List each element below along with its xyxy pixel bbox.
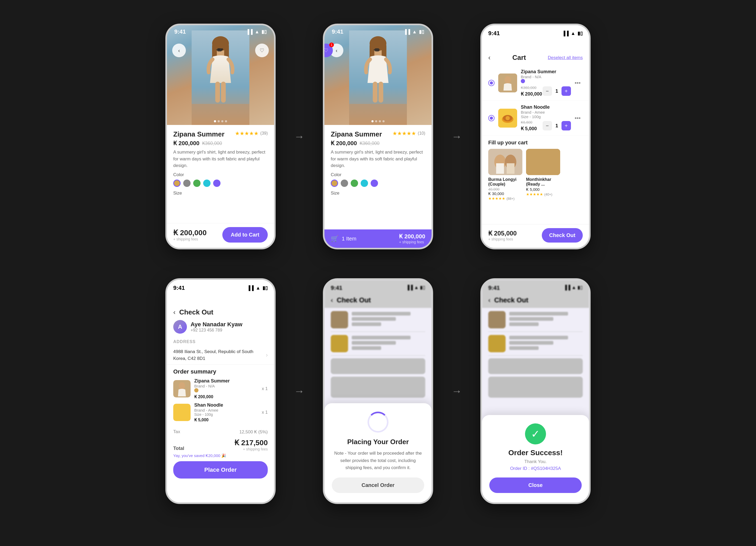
product-price-old-2: ₭360,000 xyxy=(360,140,380,146)
item2-qty-minus[interactable]: − xyxy=(543,121,552,130)
tax-row: Tax 12,500 ₭ (5%) xyxy=(167,428,274,436)
color-option-cyan[interactable] xyxy=(203,180,211,187)
rec-item2-name: Monthinkhar (Ready ... xyxy=(526,177,560,187)
svg-point-38 xyxy=(179,382,185,390)
rec-item1-price-old: 40,000 xyxy=(488,187,522,191)
buy-shipping: + shipping fees xyxy=(173,237,207,241)
order-item2-size: Size - 100g xyxy=(194,412,258,417)
phone-screen1: ‹ ♡ 9:41 ▐▐ ▲ ▮▯ xyxy=(165,24,276,249)
back-button[interactable]: ‹ xyxy=(172,44,186,57)
cart-total-shipping: + shipping fees xyxy=(488,237,517,241)
order-summary-section: Order summary Zipana Summer Brand - N/A xyxy=(167,365,274,428)
close-button[interactable]: Close xyxy=(489,477,582,493)
total-shipping: + shipping fees xyxy=(234,447,268,451)
size-label: Size xyxy=(173,191,268,196)
arrow-1: → xyxy=(291,131,307,143)
success-overlay: ✓ Order Success! Thank You. Order ID : #… xyxy=(482,280,589,502)
color-opt-gray-2[interactable] xyxy=(341,180,348,187)
order-item2-price: ₭ 5,000 xyxy=(194,417,258,422)
rec-item-2[interactable]: Monthinkhar (Ready ... ₭ 5,000 ★★★★★ (40… xyxy=(526,149,560,201)
phone-screen2: ‹ ♡ 1 9:41 ▐▐ ▲ xyxy=(323,24,433,249)
item1-qty-minus[interactable]: − xyxy=(543,86,552,96)
address-row[interactable]: 4988 Iliana St., Seoul, Republic of Sout… xyxy=(167,346,274,365)
favorite-button[interactable]: ♡ xyxy=(255,44,269,57)
color-opt-green-2[interactable] xyxy=(351,180,358,187)
cart-item1-color-swatch xyxy=(521,79,525,83)
cart-item2-name: Shan Noodle xyxy=(521,104,571,110)
deselect-all-link[interactable]: Deselect all items xyxy=(548,55,583,60)
order-item1-qty: x 1 xyxy=(262,386,268,391)
color-option-gray[interactable] xyxy=(183,180,191,187)
item2-qty-plus[interactable]: + xyxy=(561,121,571,130)
status-bar-4: 9:41 ▐▐ ▲ ▮▯ xyxy=(167,280,274,292)
cart-icon: 🛒 xyxy=(331,235,339,242)
arrow-3: → xyxy=(291,385,307,397)
order-item1-details: Zipana Summer Brand - N/A ₭ 200,000 xyxy=(194,378,258,399)
svg-rect-32 xyxy=(507,163,515,174)
order-item2-details: Shan Noodle Brand - Amee Size - 100g ₭ 5… xyxy=(194,402,258,422)
checkout-back-button[interactable]: ‹ xyxy=(173,308,176,316)
cart-item1-qty-control: − 1 + xyxy=(543,86,571,96)
item2-more-btn[interactable]: ••• xyxy=(575,115,581,122)
rating-container: ★★★★★ (39) xyxy=(235,130,268,137)
order-item1-brand: Brand - N/A xyxy=(194,384,258,388)
product-description-2: A summery girl's shirt, light and breezy… xyxy=(331,149,425,169)
checkout-header: ‹ Check Out xyxy=(167,292,274,320)
status-bar-2: 9:41 ▐▐ ▲ ▮▯ xyxy=(324,25,432,36)
address-chevron: › xyxy=(266,352,268,359)
cart-back-button[interactable]: ‹ xyxy=(488,54,491,62)
item1-qty-plus[interactable]: + xyxy=(561,86,571,96)
cart-item1-details: Zipana Summer Brand - N/A ₭360,000 ₭ 200… xyxy=(521,69,571,97)
rec-item1-count: (88+) xyxy=(506,197,515,201)
item1-more-btn[interactable]: ••• xyxy=(575,80,581,86)
color-option-green[interactable] xyxy=(193,180,201,187)
phone-screen3: 9:41 ▐▐ ▲ ▮▯ ‹ Cart Deselect all items xyxy=(480,24,591,249)
user-name: Aye Nanadar Kyaw xyxy=(191,321,242,328)
wifi-icon: ▲ xyxy=(255,29,259,35)
signal-icon-2: ▐▐ xyxy=(403,29,410,35)
order-item-2: Shan Noodle Brand - Amee Size - 100g ₭ 5… xyxy=(173,402,268,422)
user-avatar: A xyxy=(173,320,187,334)
color-option-purple[interactable] xyxy=(213,180,221,187)
cart-item2-details: Shan Noodle Brand - Amee Size - 100g ₭6,… xyxy=(521,104,571,132)
loading-spinner xyxy=(367,412,389,433)
color-option-gold[interactable] xyxy=(173,180,181,187)
product-price-old: ₭360,000 xyxy=(202,140,222,146)
svg-rect-8 xyxy=(217,48,222,51)
cart-preview-price: ₭ 200,000 + shipping fees xyxy=(399,233,425,244)
status-bar: 9:41 ▐▐ ▲ ▮▯ xyxy=(167,25,274,36)
buy-price: ₭ 200,000 xyxy=(173,228,207,237)
cart-preview-bar[interactable]: 🛒 1 Item ₭ 200,000 + shipping fees xyxy=(324,229,432,248)
color-opt-gold-2[interactable] xyxy=(331,180,338,187)
svg-rect-39 xyxy=(173,404,191,421)
phone-screen5: 9:41 ▐▐ ▲ ▮▯ ‹ Check Out xyxy=(323,278,433,504)
status-time: 9:41 xyxy=(174,28,186,35)
order-summary-title: Order summary xyxy=(173,368,268,375)
item2-checkbox[interactable] xyxy=(488,115,495,121)
add-to-cart-button[interactable]: Add to Cart xyxy=(222,227,268,243)
color-opt-purple-2[interactable] xyxy=(371,180,378,187)
rec-item2-stars: ★★★★★ (40+) xyxy=(526,192,560,197)
arrow-4: → xyxy=(449,385,465,397)
order-item1-image xyxy=(173,380,191,397)
placing-order-overlay: Placing Your Order Note - Your order wil… xyxy=(324,280,432,502)
item1-checkbox[interactable] xyxy=(488,80,495,86)
order-item2-name: Shan Noodle xyxy=(194,402,258,408)
rec-item-1[interactable]: Burma Longyi (Couple) 40,000 ₭ 30,000 ★★… xyxy=(488,149,522,201)
rec-item1-name: Burma Longyi (Couple) xyxy=(488,177,522,187)
cart-item2-image xyxy=(498,109,517,128)
cancel-order-button[interactable]: Cancel Order xyxy=(332,477,424,493)
cart-item1-name: Zipana Summer xyxy=(521,69,571,75)
color-opt-cyan-2[interactable] xyxy=(361,180,368,187)
cart-item2-brand: Brand - Amee xyxy=(521,110,571,114)
address-section-header: ADDRESS xyxy=(167,337,274,346)
svg-rect-33 xyxy=(526,149,560,175)
cart-item1-price-old: ₭360,000 xyxy=(521,86,537,90)
rec-item2-image xyxy=(526,149,560,175)
image-indicator-2 xyxy=(371,120,385,122)
checkout-button[interactable]: Check Out xyxy=(542,228,583,243)
place-order-button[interactable]: Place Order xyxy=(173,461,268,479)
tax-value: 12,500 ₭ (5%) xyxy=(239,429,268,435)
product-price: ₭ 200,000 xyxy=(173,140,199,147)
status-icons-2: ▐▐ ▲ ▮▯ xyxy=(403,29,424,35)
